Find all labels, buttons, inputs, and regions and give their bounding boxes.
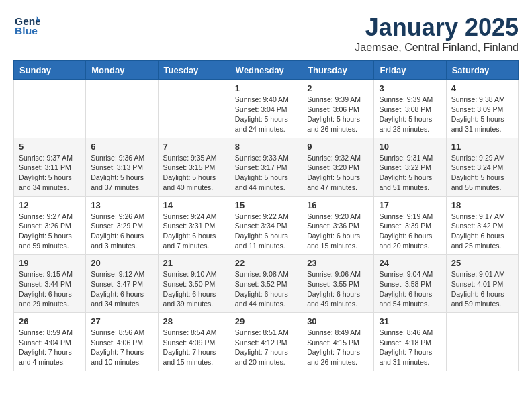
day-number: 28 — [163, 316, 225, 326]
day-number: 8 — [235, 142, 297, 152]
day-number: 7 — [163, 142, 225, 152]
calendar-cell: 15Sunrise: 9:22 AM Sunset: 3:34 PM Dayli… — [230, 196, 302, 255]
day-info: Sunrise: 9:39 AM Sunset: 3:08 PM Dayligh… — [379, 95, 441, 134]
day-number: 21 — [163, 258, 225, 268]
calendar-cell: 18Sunrise: 9:17 AM Sunset: 3:42 PM Dayli… — [446, 196, 518, 255]
day-info: Sunrise: 8:46 AM Sunset: 4:18 PM Dayligh… — [379, 328, 441, 367]
calendar-cell: 20Sunrise: 9:12 AM Sunset: 3:47 PM Dayli… — [86, 255, 158, 313]
day-info: Sunrise: 9:38 AM Sunset: 3:09 PM Dayligh… — [451, 95, 513, 134]
day-number: 22 — [235, 258, 297, 268]
calendar-cell: 24Sunrise: 9:04 AM Sunset: 3:58 PM Dayli… — [374, 255, 446, 313]
day-number: 9 — [307, 142, 369, 152]
day-info: Sunrise: 9:37 AM Sunset: 3:11 PM Dayligh… — [19, 153, 81, 193]
day-info: Sunrise: 9:19 AM Sunset: 3:39 PM Dayligh… — [379, 212, 441, 251]
day-number: 16 — [307, 200, 369, 210]
day-info: Sunrise: 9:27 AM Sunset: 3:26 PM Dayligh… — [19, 212, 81, 251]
day-number: 14 — [163, 200, 225, 210]
subtitle: Jaemsae, Central Finland, Finland — [355, 42, 519, 54]
calendar-cell: 13Sunrise: 9:26 AM Sunset: 3:29 PM Dayli… — [86, 196, 158, 255]
calendar-table: SundayMondayTuesdayWednesdayThursdayFrid… — [13, 60, 519, 371]
day-number: 4 — [451, 83, 513, 93]
day-info: Sunrise: 9:39 AM Sunset: 3:06 PM Dayligh… — [307, 95, 369, 134]
day-number: 10 — [379, 142, 441, 152]
calendar-cell: 1Sunrise: 9:40 AM Sunset: 3:04 PM Daylig… — [230, 80, 302, 138]
day-number: 19 — [19, 258, 81, 268]
day-number: 12 — [19, 200, 81, 210]
day-number: 27 — [91, 316, 152, 326]
day-number: 1 — [235, 83, 297, 93]
calendar-cell — [446, 313, 518, 371]
calendar-cell: 10Sunrise: 9:31 AM Sunset: 3:22 PM Dayli… — [374, 138, 446, 196]
calendar-cell: 28Sunrise: 8:54 AM Sunset: 4:09 PM Dayli… — [158, 313, 230, 371]
day-number: 23 — [307, 258, 369, 268]
calendar-cell: 9Sunrise: 9:32 AM Sunset: 3:20 PM Daylig… — [302, 138, 374, 196]
calendar-cell: 22Sunrise: 9:08 AM Sunset: 3:52 PM Dayli… — [230, 255, 302, 313]
day-info: Sunrise: 9:20 AM Sunset: 3:36 PM Dayligh… — [307, 212, 369, 251]
calendar-week-row: 12Sunrise: 9:27 AM Sunset: 3:26 PM Dayli… — [14, 196, 519, 255]
day-number: 2 — [307, 83, 369, 93]
day-info: Sunrise: 9:29 AM Sunset: 3:24 PM Dayligh… — [451, 153, 513, 193]
day-number: 6 — [91, 142, 152, 152]
calendar-cell: 19Sunrise: 9:15 AM Sunset: 3:44 PM Dayli… — [14, 255, 86, 313]
calendar-cell: 2Sunrise: 9:39 AM Sunset: 3:06 PM Daylig… — [302, 80, 374, 138]
day-info: Sunrise: 8:59 AM Sunset: 4:04 PM Dayligh… — [19, 328, 81, 367]
calendar-cell: 8Sunrise: 9:33 AM Sunset: 3:17 PM Daylig… — [230, 138, 302, 196]
calendar-cell: 31Sunrise: 8:46 AM Sunset: 4:18 PM Dayli… — [374, 313, 446, 371]
calendar-cell: 11Sunrise: 9:29 AM Sunset: 3:24 PM Dayli… — [446, 138, 518, 196]
day-number: 31 — [379, 316, 441, 326]
calendar-cell: 14Sunrise: 9:24 AM Sunset: 3:31 PM Dayli… — [158, 196, 230, 255]
day-number: 13 — [91, 200, 152, 210]
calendar-week-row: 5Sunrise: 9:37 AM Sunset: 3:11 PM Daylig… — [14, 138, 519, 196]
day-number: 24 — [379, 258, 441, 268]
calendar-cell: 26Sunrise: 8:59 AM Sunset: 4:04 PM Dayli… — [14, 313, 86, 371]
weekday-header: Tuesday — [158, 61, 230, 80]
day-number: 5 — [19, 142, 81, 152]
day-info: Sunrise: 8:51 AM Sunset: 4:12 PM Dayligh… — [235, 328, 297, 367]
weekday-header-row: SundayMondayTuesdayWednesdayThursdayFrid… — [14, 61, 519, 80]
calendar-cell: 17Sunrise: 9:19 AM Sunset: 3:39 PM Dayli… — [374, 196, 446, 255]
day-info: Sunrise: 9:26 AM Sunset: 3:29 PM Dayligh… — [91, 212, 152, 251]
day-info: Sunrise: 8:56 AM Sunset: 4:06 PM Dayligh… — [91, 328, 152, 367]
calendar-week-row: 19Sunrise: 9:15 AM Sunset: 3:44 PM Dayli… — [14, 255, 519, 313]
day-info: Sunrise: 9:31 AM Sunset: 3:22 PM Dayligh… — [379, 153, 441, 193]
day-info: Sunrise: 9:10 AM Sunset: 3:50 PM Dayligh… — [163, 269, 225, 309]
svg-text:Blue: Blue — [15, 25, 38, 36]
day-number: 3 — [379, 83, 441, 93]
day-info: Sunrise: 9:04 AM Sunset: 3:58 PM Dayligh… — [379, 269, 441, 309]
calendar-cell — [158, 80, 230, 138]
day-number: 11 — [451, 142, 513, 152]
page-header: General Blue January 2025 Jaemsae, Centr… — [13, 13, 519, 54]
weekday-header: Friday — [374, 61, 446, 80]
calendar-cell: 25Sunrise: 9:01 AM Sunset: 4:01 PM Dayli… — [446, 255, 518, 313]
day-number: 26 — [19, 316, 81, 326]
calendar-week-row: 1Sunrise: 9:40 AM Sunset: 3:04 PM Daylig… — [14, 80, 519, 138]
day-info: Sunrise: 9:35 AM Sunset: 3:15 PM Dayligh… — [163, 153, 225, 193]
day-number: 29 — [235, 316, 297, 326]
calendar-cell: 21Sunrise: 9:10 AM Sunset: 3:50 PM Dayli… — [158, 255, 230, 313]
calendar-cell — [86, 80, 158, 138]
day-number: 15 — [235, 200, 297, 210]
day-number: 30 — [307, 316, 369, 326]
weekday-header: Wednesday — [230, 61, 302, 80]
logo-icon: General Blue — [13, 13, 40, 37]
logo: General Blue — [13, 13, 42, 37]
calendar-cell: 12Sunrise: 9:27 AM Sunset: 3:26 PM Dayli… — [14, 196, 86, 255]
day-info: Sunrise: 8:49 AM Sunset: 4:15 PM Dayligh… — [307, 328, 369, 367]
month-title: January 2025 — [355, 13, 519, 42]
calendar-cell: 4Sunrise: 9:38 AM Sunset: 3:09 PM Daylig… — [446, 80, 518, 138]
day-info: Sunrise: 9:32 AM Sunset: 3:20 PM Dayligh… — [307, 153, 369, 193]
day-info: Sunrise: 9:01 AM Sunset: 4:01 PM Dayligh… — [451, 269, 513, 309]
calendar-cell: 30Sunrise: 8:49 AM Sunset: 4:15 PM Dayli… — [302, 313, 374, 371]
day-info: Sunrise: 9:15 AM Sunset: 3:44 PM Dayligh… — [19, 269, 81, 309]
calendar-cell — [14, 80, 86, 138]
day-info: Sunrise: 9:36 AM Sunset: 3:13 PM Dayligh… — [91, 153, 152, 193]
title-block: January 2025 Jaemsae, Central Finland, F… — [355, 13, 519, 54]
day-number: 18 — [451, 200, 513, 210]
day-info: Sunrise: 9:06 AM Sunset: 3:55 PM Dayligh… — [307, 269, 369, 309]
day-info: Sunrise: 8:54 AM Sunset: 4:09 PM Dayligh… — [163, 328, 225, 367]
day-number: 20 — [91, 258, 152, 268]
day-number: 17 — [379, 200, 441, 210]
day-info: Sunrise: 9:12 AM Sunset: 3:47 PM Dayligh… — [91, 269, 152, 309]
calendar-cell: 27Sunrise: 8:56 AM Sunset: 4:06 PM Dayli… — [86, 313, 158, 371]
day-info: Sunrise: 9:17 AM Sunset: 3:42 PM Dayligh… — [451, 212, 513, 251]
